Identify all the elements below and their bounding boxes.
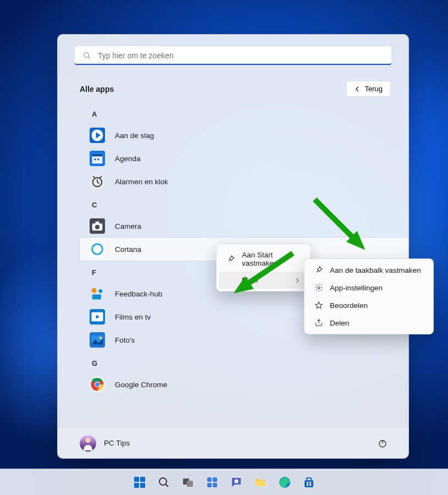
svg-line-12 (100, 177, 102, 178)
app-label: Cortana (115, 245, 141, 254)
power-button[interactable] (373, 434, 392, 453)
ctx-item-label: Beoordelen (330, 301, 368, 310)
edge-icon (278, 476, 291, 489)
taskbar-task-view-button[interactable] (178, 472, 198, 493)
clock-icon (90, 174, 105, 189)
gear-icon (314, 283, 323, 292)
app-label: Films en tv (115, 313, 151, 321)
svg-rect-49 (256, 481, 266, 486)
user-name-label: PC Tips (104, 439, 130, 447)
app-alarmen[interactable]: Alarmen en klok (80, 170, 408, 193)
svg-point-48 (234, 479, 238, 483)
ctx-item-label: Aan de taakbalk vastmaken (330, 266, 421, 274)
ctx-app-settings[interactable]: App-instellingen (307, 279, 431, 296)
svg-rect-46 (207, 483, 212, 487)
taskbar-search-button[interactable] (153, 472, 174, 493)
svg-rect-18 (92, 294, 101, 299)
app-agenda[interactable]: Agenda (80, 147, 408, 170)
svg-rect-39 (140, 483, 145, 488)
app-aan-de-slag[interactable]: Aan de slag (80, 124, 408, 147)
search-box[interactable] (74, 46, 392, 65)
letter-heading-c[interactable]: C (80, 193, 408, 215)
svg-line-41 (165, 484, 168, 487)
ctx-rate[interactable]: Beoordelen (307, 296, 431, 314)
svg-point-30 (318, 287, 320, 289)
svg-point-40 (159, 478, 167, 485)
taskbar (0, 469, 448, 495)
svg-point-27 (95, 382, 99, 387)
search-row (58, 35, 408, 71)
svg-rect-6 (94, 158, 96, 161)
taskbar-store-button[interactable] (298, 472, 319, 493)
back-button-label: Terug (364, 85, 383, 93)
svg-point-24 (99, 337, 102, 339)
start-footer: PC Tips (58, 427, 408, 458)
svg-rect-55 (307, 484, 308, 486)
svg-line-11 (93, 177, 95, 178)
taskbar-chat-button[interactable] (226, 472, 247, 493)
svg-marker-31 (316, 302, 322, 309)
app-label: Google Chrome (115, 381, 167, 389)
app-label: Alarmen en klok (115, 178, 168, 186)
ctx-item-label: App-instellingen (330, 284, 383, 292)
letter-heading-g[interactable]: G (80, 351, 408, 373)
svg-rect-47 (213, 483, 217, 487)
ctx-item-label: Delen (330, 319, 349, 327)
svg-point-17 (92, 288, 97, 293)
all-apps-heading: Alle apps (80, 85, 114, 94)
store-icon (302, 476, 316, 489)
svg-rect-15 (96, 222, 99, 224)
svg-rect-37 (140, 477, 145, 482)
search-icon (157, 476, 170, 489)
app-google-chrome[interactable]: Google Chrome (80, 373, 408, 396)
taskbar-widgets-button[interactable] (202, 472, 223, 493)
app-label: Camera (115, 222, 141, 230)
svg-rect-36 (134, 477, 139, 482)
svg-rect-45 (213, 477, 217, 482)
chevron-left-icon (355, 86, 360, 92)
folder-icon (254, 476, 267, 489)
star-icon (314, 301, 323, 310)
svg-rect-56 (309, 484, 311, 486)
feedback-icon (90, 286, 105, 301)
svg-rect-7 (97, 158, 99, 161)
user-account-button[interactable]: PC Tips (80, 435, 130, 452)
svg-point-14 (95, 225, 99, 229)
back-button[interactable]: Terug (346, 81, 391, 97)
taskbar-start-button[interactable] (129, 472, 150, 493)
svg-rect-43 (187, 481, 193, 487)
svg-line-1 (88, 57, 90, 58)
svg-rect-44 (207, 477, 212, 482)
tips-icon (90, 128, 105, 143)
svg-point-16 (92, 244, 103, 255)
apps-header: Alle apps Terug (58, 71, 408, 100)
app-label: Agenda (115, 155, 141, 163)
widgets-icon (206, 476, 219, 489)
app-label: Aan de slag (115, 131, 154, 140)
calendar-icon (90, 151, 105, 166)
chrome-icon (90, 377, 105, 392)
taskbar-edge-button[interactable] (274, 472, 295, 493)
search-input[interactable] (98, 51, 384, 60)
cortana-icon (90, 241, 105, 257)
svg-rect-38 (134, 483, 139, 488)
user-avatar-icon (80, 435, 96, 452)
ctx-pin-to-taskbar[interactable]: Aan de taakbalk vastmaken (307, 261, 431, 279)
context-menu-more: Aan de taakbalk vastmaken App-instelling… (304, 258, 434, 334)
svg-rect-5 (92, 154, 103, 157)
svg-rect-54 (309, 482, 311, 483)
taskbar-explorer-button[interactable] (250, 472, 271, 493)
svg-rect-52 (307, 478, 311, 481)
svg-rect-53 (307, 482, 308, 483)
ctx-share[interactable]: Delen (307, 314, 431, 332)
task-view-icon (181, 476, 195, 489)
photos-icon (90, 332, 105, 348)
letter-heading-a[interactable]: A (80, 102, 408, 124)
svg-point-19 (98, 289, 102, 293)
svg-line-10 (97, 182, 99, 183)
app-label: Feedback-hub (115, 290, 162, 298)
pin-icon (226, 255, 235, 263)
share-icon (314, 318, 323, 327)
chat-icon (230, 476, 243, 489)
films-icon (90, 309, 105, 324)
